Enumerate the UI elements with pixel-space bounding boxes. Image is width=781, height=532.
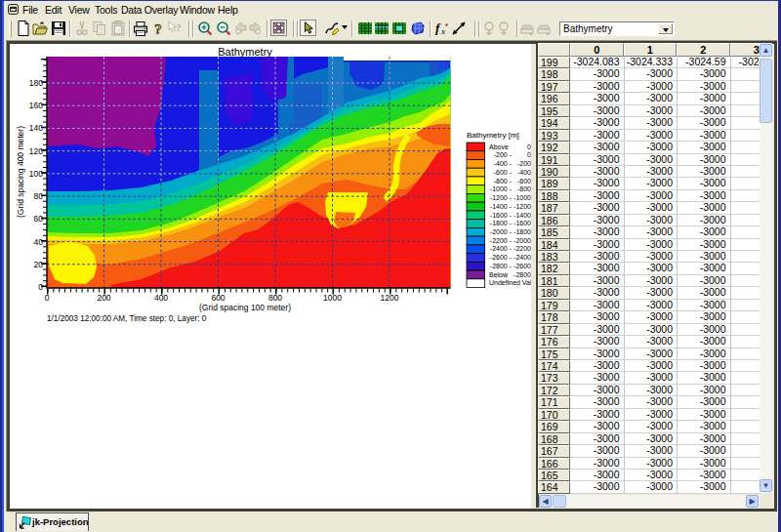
svg-text:?: ?: [176, 21, 182, 33]
svg-text:1000: 1000: [323, 293, 342, 303]
svg-text:-1600: -1600: [514, 220, 531, 226]
svg-text:(Grid spacing 400 meter): (Grid spacing 400 meter): [16, 126, 25, 218]
svg-text:Undefined Valu: Undefined Valu: [489, 279, 531, 286]
svg-text:-2600 -: -2600 -: [490, 254, 513, 261]
svg-text:x: x: [440, 26, 445, 36]
svg-text:-1400 -: -1400 -: [490, 203, 513, 210]
svg-text:140: 140: [29, 123, 43, 133]
svg-text:80: 80: [34, 191, 44, 201]
svg-text:800: 800: [268, 293, 282, 303]
svg-text:600: 600: [211, 293, 225, 303]
svg-text:-800: -800: [517, 185, 531, 192]
svg-text:-2800: -2800: [514, 271, 531, 278]
svg-text:(Grid spacing 100 meter): (Grid spacing 100 meter): [199, 303, 291, 312]
svg-text:Above: Above: [489, 143, 509, 150]
svg-text:0: 0: [38, 282, 43, 292]
svg-text:-2000 -: -2000 -: [490, 228, 513, 235]
svg-text:0: 0: [527, 151, 531, 158]
svg-text:-2200: -2200: [514, 245, 531, 252]
svg-text:-1600 -: -1600 -: [490, 212, 513, 219]
svg-text:-600: -600: [517, 178, 531, 184]
svg-text:400: 400: [154, 293, 168, 303]
svg-text:1200: 1200: [381, 293, 399, 303]
svg-text:-1200: -1200: [514, 203, 531, 210]
svg-text:0: 0: [45, 293, 50, 303]
svg-text:-2400 -: -2400 -: [490, 245, 513, 252]
svg-text:-2200 -: -2200 -: [490, 237, 513, 244]
svg-text:100: 100: [29, 169, 43, 179]
svg-text:Bathymetry [m]: Bathymetry [m]: [467, 131, 519, 140]
svg-text:120: 120: [29, 146, 43, 156]
svg-text:-1800: -1800: [514, 228, 531, 235]
svg-text:60: 60: [34, 214, 44, 224]
svg-text:Below: Below: [489, 271, 509, 278]
svg-text:-2400: -2400: [514, 254, 531, 261]
svg-text:-800 -: -800 -: [494, 178, 513, 184]
svg-text:-1400: -1400: [514, 212, 531, 219]
svg-text:-400 -: -400 -: [494, 160, 513, 167]
svg-text:-600 -: -600 -: [494, 169, 513, 176]
svg-text:-200: -200: [517, 160, 531, 167]
svg-text:180: 180: [29, 78, 43, 88]
svg-text:-1800 -: -1800 -: [490, 220, 513, 226]
svg-text:-1200 -: -1200 -: [490, 194, 513, 201]
svg-text:-400: -400: [517, 169, 531, 176]
svg-text:-1000: -1000: [514, 194, 531, 201]
svg-text:-200 -: -200 -: [494, 151, 513, 158]
svg-text:20: 20: [34, 260, 44, 269]
svg-text:200: 200: [97, 293, 110, 303]
svg-text:160: 160: [29, 101, 43, 110]
svg-text:-2600: -2600: [514, 263, 531, 269]
svg-text:40: 40: [34, 237, 44, 247]
svg-text:-2000: -2000: [514, 237, 531, 244]
svg-text:0: 0: [527, 143, 531, 150]
svg-text:?: ?: [154, 21, 162, 37]
svg-text:-1000 -: -1000 -: [490, 185, 513, 192]
svg-text:-2800 -: -2800 -: [490, 263, 513, 269]
svg-text:Bathymetry: Bathymetry: [218, 46, 272, 58]
svg-text:1/1/2003 12:00:00 AM, Time ste: 1/1/2003 12:00:00 AM, Time step: 0, Laye…: [47, 314, 207, 323]
